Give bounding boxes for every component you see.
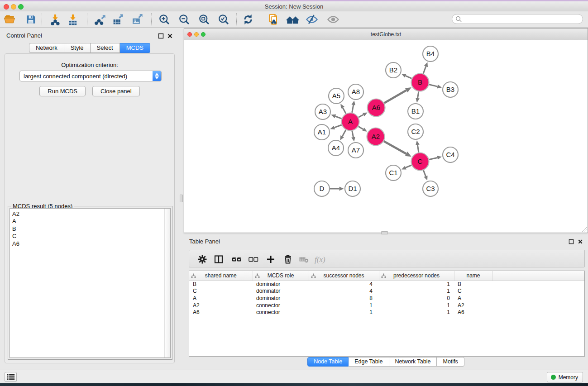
tab-network-table[interactable]: Network Table bbox=[389, 357, 437, 367]
cell-successor-nodes[interactable]: 1 bbox=[309, 302, 379, 310]
cell-mcds-role[interactable]: dominator bbox=[253, 295, 309, 302]
column-header-successor-nodes[interactable]: successor nodes bbox=[309, 271, 379, 281]
export-image-icon[interactable] bbox=[129, 12, 145, 27]
tab-style[interactable]: Style bbox=[64, 43, 91, 53]
cell-predecessor-nodes[interactable]: 1 bbox=[379, 302, 454, 310]
graph-edge-A-A1[interactable] bbox=[335, 125, 342, 128]
table-settings-gear-icon[interactable] bbox=[196, 253, 208, 265]
table-row[interactable]: Adominator80A bbox=[189, 295, 584, 302]
mcds-result-item[interactable]: B bbox=[10, 225, 170, 233]
table-row[interactable]: A2connector11A2 bbox=[189, 302, 584, 310]
column-header-shared-name[interactable]: shared name bbox=[189, 271, 253, 281]
graph-edge-B-B2[interactable] bbox=[406, 76, 412, 78]
cell-shared-name[interactable]: A2 bbox=[189, 302, 253, 310]
deselect-all-columns-icon[interactable] bbox=[248, 253, 259, 265]
cell-predecessor-nodes[interactable]: 1 bbox=[379, 309, 454, 316]
refresh-layout-icon[interactable] bbox=[240, 12, 256, 27]
graph-edge-A-A5[interactable] bbox=[343, 108, 346, 114]
zoom-in-icon[interactable] bbox=[157, 12, 172, 27]
cell-mcds-role[interactable]: connector bbox=[253, 309, 309, 316]
resize-grip-icon[interactable] bbox=[582, 227, 587, 232]
zoom-out-icon[interactable] bbox=[177, 12, 192, 27]
cell-predecessor-nodes[interactable]: 0 bbox=[379, 295, 454, 302]
criterion-select[interactable]: largest connected component (directed) bbox=[19, 71, 162, 81]
graph-edge-C-C1[interactable] bbox=[406, 165, 411, 167]
graph-edge-A-A8[interactable] bbox=[352, 105, 354, 113]
tab-motifs[interactable]: Motifs bbox=[437, 357, 464, 367]
new-network-from-selection-icon[interactable] bbox=[266, 12, 282, 27]
cell-shared-name[interactable]: A bbox=[189, 295, 253, 302]
zoom-fit-icon[interactable] bbox=[196, 12, 212, 27]
first-neighbors-icon[interactable] bbox=[285, 12, 301, 27]
cell-name[interactable]: A6 bbox=[454, 309, 492, 316]
zoom-selected-icon[interactable] bbox=[216, 12, 231, 27]
graph-edge-A6-B[interactable] bbox=[384, 90, 406, 103]
tab-network[interactable]: Network bbox=[29, 43, 64, 53]
memory-button[interactable]: Memory bbox=[547, 372, 583, 382]
toggle-panel-columns-icon[interactable] bbox=[213, 253, 225, 265]
tab-node-table[interactable]: Node Table bbox=[307, 357, 349, 367]
close-panel-icon[interactable] bbox=[167, 33, 173, 38]
float-panel-icon[interactable] bbox=[158, 33, 164, 38]
cell-successor-nodes[interactable]: 1 bbox=[309, 309, 379, 316]
mcds-result-item[interactable]: A6 bbox=[10, 240, 170, 248]
table-row[interactable]: Cdominator41C bbox=[189, 288, 584, 295]
close-panel-button[interactable]: Close panel bbox=[92, 86, 140, 96]
panel-divider-handle[interactable] bbox=[180, 195, 183, 202]
graph-edge-C-C4[interactable] bbox=[429, 157, 437, 159]
import-network-icon[interactable] bbox=[48, 12, 63, 27]
list-scrollbar[interactable] bbox=[164, 209, 170, 357]
delete-column-trash-icon[interactable] bbox=[282, 253, 294, 265]
graph-edge-A-A3[interactable] bbox=[335, 116, 342, 119]
cell-shared-name[interactable]: B bbox=[189, 281, 253, 288]
cell-successor-nodes[interactable]: 8 bbox=[309, 295, 379, 302]
cell-name[interactable]: A2 bbox=[454, 302, 492, 310]
export-table-icon[interactable] bbox=[110, 12, 125, 27]
graph-edge-B-B1[interactable] bbox=[418, 91, 419, 98]
cell-name[interactable]: A bbox=[454, 295, 492, 302]
table-close-icon[interactable] bbox=[578, 238, 583, 244]
cell-shared-name[interactable]: C bbox=[189, 288, 253, 295]
run-mcds-button[interactable]: Run MCDS bbox=[39, 86, 86, 96]
graph-edge-A2-C[interactable] bbox=[384, 141, 406, 154]
import-table-icon[interactable] bbox=[65, 12, 81, 27]
mcds-result-item[interactable]: A bbox=[10, 218, 170, 225]
save-session-icon[interactable] bbox=[23, 12, 38, 27]
split-divider-handle[interactable] bbox=[381, 231, 388, 234]
graph-edge-A-A7[interactable] bbox=[352, 131, 354, 137]
cell-shared-name[interactable]: A6 bbox=[189, 309, 253, 316]
column-header-predecessor-nodes[interactable]: predecessor nodes bbox=[379, 271, 454, 281]
cell-name[interactable]: C bbox=[454, 288, 492, 295]
column-header-mcds-role[interactable]: MCDS role bbox=[253, 271, 309, 281]
table-row[interactable]: Bdominator41B bbox=[189, 281, 584, 288]
network-canvas[interactable]: AA1A2A3A4A5A6A7A8BB1B2B3B4CC1C2C3C4DD1 bbox=[184, 40, 588, 233]
table-row[interactable]: A6connector11A6 bbox=[189, 309, 584, 316]
task-history-icon[interactable] bbox=[5, 372, 17, 382]
column-header-name[interactable]: name bbox=[454, 271, 492, 281]
apply-function-icon[interactable]: f(x) bbox=[313, 253, 331, 265]
cell-name[interactable]: B bbox=[454, 281, 492, 288]
cell-mcds-role[interactable]: dominator bbox=[253, 288, 309, 295]
show-all-icon[interactable] bbox=[325, 12, 341, 27]
cell-mcds-role[interactable]: dominator bbox=[253, 281, 309, 288]
graph-edge-B-B3[interactable] bbox=[429, 85, 437, 86]
graph-edge-B-B4[interactable] bbox=[423, 67, 426, 74]
create-column-icon[interactable] bbox=[265, 253, 277, 265]
graph-edge-C-C2[interactable] bbox=[417, 145, 419, 152]
export-network-icon[interactable] bbox=[92, 12, 108, 27]
table-float-icon[interactable] bbox=[569, 238, 574, 244]
cell-successor-nodes[interactable]: 4 bbox=[309, 281, 379, 288]
cell-predecessor-nodes[interactable]: 1 bbox=[379, 281, 454, 288]
select-all-columns-icon[interactable] bbox=[231, 253, 243, 265]
hide-selected-icon[interactable] bbox=[304, 12, 320, 27]
mcds-result-item[interactable]: A2 bbox=[10, 210, 170, 218]
delete-table-icon[interactable] bbox=[298, 253, 310, 265]
tab-edge-table[interactable]: Edge Table bbox=[349, 357, 389, 367]
cell-predecessor-nodes[interactable]: 1 bbox=[379, 288, 454, 295]
mcds-result-item[interactable]: C bbox=[10, 233, 170, 240]
search-input[interactable] bbox=[462, 16, 583, 22]
graph-edge-C-C3[interactable] bbox=[423, 170, 425, 176]
graph-edge-A-A6[interactable] bbox=[359, 114, 363, 117]
graph-edge-A-A2[interactable] bbox=[359, 126, 363, 129]
tab-select[interactable]: Select bbox=[91, 43, 120, 53]
